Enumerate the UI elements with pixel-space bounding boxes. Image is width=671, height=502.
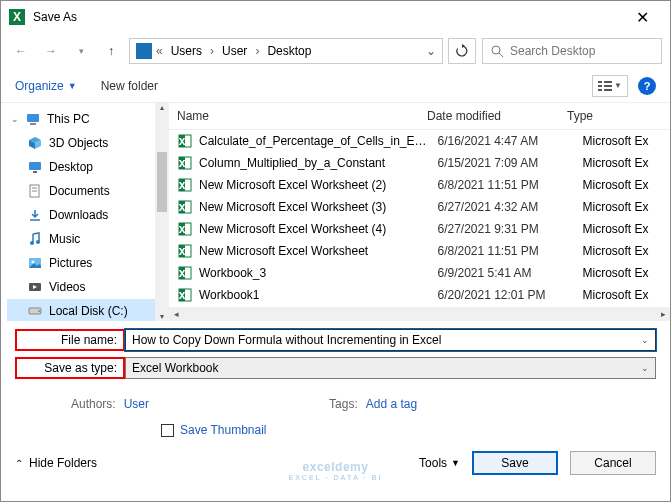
tree-item-this-pc[interactable]: ⌄ This PC — [7, 107, 169, 131]
excel-app-icon: X — [9, 9, 25, 25]
scrollbar-thumb[interactable] — [157, 152, 167, 212]
save-button[interactable]: Save — [472, 451, 558, 475]
tree-label: Local Disk (C:) — [49, 304, 128, 318]
breadcrumb-item[interactable]: Desktop — [263, 42, 315, 60]
svg-rect-4 — [598, 81, 602, 83]
refresh-button[interactable] — [448, 38, 476, 64]
titlebar: X Save As ✕ — [1, 1, 670, 33]
save-thumbnail-label[interactable]: Save Thumbnail — [180, 423, 267, 437]
file-name: Calculate_of_Percentage_of_Cells_in_Exce… — [199, 134, 431, 148]
file-date: 6/8/2021 11:51 PM — [437, 178, 576, 192]
file-row[interactable]: xWorkbook16/20/2021 12:01 PMMicrosoft Ex — [169, 284, 670, 306]
tree-item-desktop[interactable]: Desktop — [7, 155, 169, 179]
file-row[interactable]: xCalculate_of_Percentage_of_Cells_in_Exc… — [169, 130, 670, 152]
tree-item-3d[interactable]: 3D Objects — [7, 131, 169, 155]
address-bar[interactable]: « Users › User › Desktop ⌄ — [129, 38, 443, 64]
window-title: Save As — [33, 10, 622, 24]
videos-icon — [27, 279, 43, 295]
filename-input[interactable]: How to Copy Down Formula without Increme… — [125, 329, 656, 351]
forward-button: → — [39, 39, 63, 63]
tree-item-documents[interactable]: Documents — [7, 179, 169, 203]
scroll-left-icon[interactable]: ◂ — [169, 309, 183, 319]
file-name: New Microsoft Excel Worksheet — [199, 244, 431, 258]
tools-menu[interactable]: Tools ▼ — [419, 456, 460, 470]
file-list: Name Date modified Type xCalculate_of_Pe… — [169, 103, 670, 321]
tree-item-music[interactable]: Music — [7, 227, 169, 251]
body: ⌄ This PC 3D Objects Desktop Documents D… — [1, 103, 670, 321]
chevron-down-icon[interactable]: ⌄ — [641, 363, 649, 373]
chevron-down-icon: ▼ — [68, 81, 77, 91]
column-name[interactable]: Name — [177, 109, 427, 123]
svg-point-2 — [492, 46, 500, 54]
toolbar: Organize ▼ New folder ▼ ? — [1, 69, 670, 103]
file-name: New Microsoft Excel Worksheet (3) — [199, 200, 431, 214]
tree-item-videos[interactable]: Videos — [7, 275, 169, 299]
svg-line-3 — [499, 53, 503, 57]
help-button[interactable]: ? — [638, 77, 656, 95]
tree-label: Desktop — [49, 160, 93, 174]
tree-item-local-disk[interactable]: Local Disk (C:) — [7, 299, 169, 321]
tree-label: Downloads — [49, 208, 108, 222]
file-row[interactable]: xNew Microsoft Excel Worksheet (2)6/8/20… — [169, 174, 670, 196]
chevron-down-icon[interactable]: ⌄ — [641, 335, 649, 345]
search-input[interactable]: Search Desktop — [482, 38, 662, 64]
save-thumbnail-checkbox[interactable] — [161, 424, 174, 437]
up-button[interactable]: ↑ — [99, 39, 123, 63]
file-type: Microsoft Ex — [583, 134, 662, 148]
file-row[interactable]: xNew Microsoft Excel Worksheet6/8/2021 1… — [169, 240, 670, 262]
tree-label: Videos — [49, 280, 85, 294]
savetype-select[interactable]: Excel Workbook ⌄ — [125, 357, 656, 379]
chevron-right-icon: › — [210, 44, 214, 58]
pc-icon — [136, 43, 152, 59]
excel-file-icon: x — [177, 221, 193, 237]
tree-item-downloads[interactable]: Downloads — [7, 203, 169, 227]
filename-value: How to Copy Down Formula without Increme… — [132, 333, 441, 347]
tags-value[interactable]: Add a tag — [366, 397, 417, 411]
address-dropdown[interactable]: ⌄ — [426, 44, 436, 58]
back-button[interactable]: ← — [9, 39, 33, 63]
recent-dropdown[interactable]: ▾ — [69, 39, 93, 63]
view-options-button[interactable]: ▼ — [592, 75, 628, 97]
hide-folders-button[interactable]: ⌃ Hide Folders — [15, 456, 97, 470]
tree-item-pictures[interactable]: Pictures — [7, 251, 169, 275]
view-icon — [598, 80, 612, 92]
horizontal-scrollbar[interactable]: ◂ ▸ — [169, 307, 670, 321]
authors-value[interactable]: User — [124, 397, 149, 411]
excel-file-icon: x — [177, 243, 193, 259]
desktop-icon — [27, 159, 43, 175]
file-date: 6/8/2021 11:51 PM — [437, 244, 576, 258]
column-type[interactable]: Type — [567, 109, 647, 123]
svg-text:x: x — [179, 288, 186, 302]
column-date[interactable]: Date modified — [427, 109, 567, 123]
tools-label: Tools — [419, 456, 447, 470]
chevron-up-icon: ⌃ — [15, 458, 23, 469]
breadcrumb-item[interactable]: User — [218, 42, 251, 60]
search-icon — [491, 45, 504, 58]
svg-point-21 — [32, 261, 35, 264]
close-button[interactable]: ✕ — [622, 8, 662, 27]
svg-rect-8 — [604, 85, 612, 87]
file-row[interactable]: xColumn_Multiplied_by_a_Constant6/15/202… — [169, 152, 670, 174]
disk-icon — [27, 303, 43, 319]
svg-rect-11 — [30, 123, 36, 125]
nav-tree: ⌄ This PC 3D Objects Desktop Documents D… — [1, 103, 169, 321]
new-folder-button[interactable]: New folder — [101, 79, 158, 93]
tree-scrollbar[interactable]: ▴ ▾ — [155, 103, 169, 321]
file-name: New Microsoft Excel Worksheet (4) — [199, 222, 431, 236]
file-row[interactable]: xWorkbook_36/9/2021 5:41 AMMicrosoft Ex — [169, 262, 670, 284]
svg-text:X: X — [13, 10, 21, 24]
file-row[interactable]: xNew Microsoft Excel Worksheet (3)6/27/2… — [169, 196, 670, 218]
cancel-button[interactable]: Cancel — [570, 451, 656, 475]
scroll-right-icon[interactable]: ▸ — [656, 309, 670, 319]
file-row[interactable]: xNew Microsoft Excel Worksheet (4)6/27/2… — [169, 218, 670, 240]
metadata-row: Authors: User Tags: Add a tag — [1, 393, 670, 419]
file-name: New Microsoft Excel Worksheet (2) — [199, 178, 431, 192]
expand-icon[interactable]: ⌄ — [11, 114, 19, 124]
filename-label: File name: — [15, 329, 125, 351]
breadcrumb-item[interactable]: Users — [167, 42, 206, 60]
tree-label: Documents — [49, 184, 110, 198]
tree-label: This PC — [47, 112, 90, 126]
excel-file-icon: x — [177, 155, 193, 171]
svg-text:x: x — [179, 156, 186, 170]
organize-menu[interactable]: Organize ▼ — [15, 79, 77, 93]
